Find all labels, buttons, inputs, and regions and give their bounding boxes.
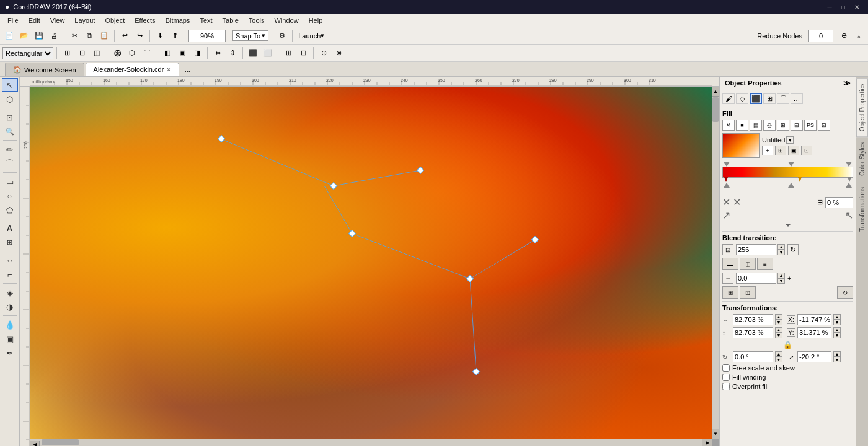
connector-tool[interactable]: ⌐ — [2, 268, 18, 281]
menu-window[interactable]: Window — [270, 15, 304, 25]
shape-btn1[interactable]: ⊞ — [60, 46, 74, 60]
scale-y-down[interactable]: ▼ — [775, 333, 782, 338]
pos-icon2[interactable]: ↖ — [845, 209, 853, 221]
side-tab-object-properties[interactable]: Object Properties — [856, 78, 868, 137]
align-right-btn[interactable]: ◨ — [190, 46, 204, 60]
launch-button[interactable]: Launch ▾ — [296, 29, 327, 43]
smart-draw-tool[interactable]: ⌒ — [2, 157, 18, 170]
overprint-fill-checkbox[interactable] — [722, 383, 730, 390]
skew-input[interactable]: -20.2 ° — [797, 351, 831, 362]
scroll-thumb-horizontal[interactable] — [42, 439, 79, 445]
text-tool[interactable]: A — [2, 221, 18, 235]
side-tab-color-styles[interactable]: Color Styles — [856, 137, 868, 181]
pos-x-up[interactable]: ▲ — [833, 314, 841, 320]
side-tab-transformations[interactable]: Transformations — [856, 181, 868, 237]
gradient-arrow-right-bottom[interactable] — [846, 183, 852, 188]
zoom-input[interactable] — [188, 30, 226, 42]
gradient-arrow-right-top[interactable] — [846, 162, 852, 167]
print-button[interactable]: 🖨 — [47, 29, 61, 43]
radial-grad-btn[interactable]: ◎ — [763, 120, 776, 131]
scale-x-input[interactable]: 82.703 % — [733, 314, 773, 325]
shape-nodes[interactable]: ⬡ — [125, 46, 139, 60]
ellipse-tool[interactable]: ○ — [2, 189, 18, 203]
free-scale-checkbox[interactable] — [722, 364, 730, 372]
gradient-arrow-mid-top[interactable] — [788, 162, 794, 167]
scrollbar-horizontal[interactable]: ◀ ▶ — [30, 439, 712, 446]
stop-marker-1[interactable] — [798, 177, 802, 182]
scroll-thumb-vertical[interactable] — [712, 97, 719, 122]
menu-text[interactable]: Text — [195, 15, 217, 25]
menu-effects[interactable]: Effects — [130, 15, 160, 25]
tab-document[interactable]: Alexander-Solodkin.cdr ✕ — [86, 63, 180, 76]
mirror-h-btn[interactable]: ⇔ — [211, 46, 224, 60]
combine-btn[interactable]: ⊕ — [317, 46, 330, 60]
menu-help[interactable]: Help — [304, 15, 328, 25]
gradient-arrow-left-bottom[interactable] — [724, 183, 730, 188]
skew-down[interactable]: ▼ — [833, 357, 841, 362]
scrollbar-vertical[interactable]: ▲ ▼ — [712, 87, 719, 439]
scale-x-down[interactable]: ▼ — [775, 320, 782, 325]
stop-type-btn[interactable]: ⊞ — [775, 146, 786, 155]
scale-y-input[interactable]: 82.703 % — [733, 327, 773, 338]
scroll-left-button[interactable]: ◀ — [30, 441, 40, 447]
node-value-input[interactable] — [808, 30, 833, 42]
rectangle-tool[interactable]: ▭ — [2, 175, 18, 188]
outline-icon-panel[interactable]: ◇ — [736, 93, 748, 104]
tab-welcome[interactable]: 🏠 Welcome Screen — [5, 63, 84, 76]
linear-grad-btn[interactable]: ▤ — [750, 120, 762, 131]
angle-up[interactable]: ▲ — [775, 351, 782, 357]
angle-input[interactable]: 0.0 ° — [733, 351, 773, 362]
menu-table[interactable]: Table — [218, 15, 244, 25]
import-button[interactable]: ⬇ — [153, 29, 167, 43]
zoom-tool[interactable]: 🔍 — [2, 125, 18, 138]
new-button[interactable]: 📄 — [2, 29, 16, 43]
group-btn[interactable]: ⊞ — [281, 46, 295, 60]
blend-angle-down[interactable]: ▼ — [777, 278, 785, 284]
pos-x-input[interactable]: -11.747 % — [797, 314, 831, 325]
paste-button[interactable]: 📋 — [97, 29, 111, 43]
minimize-button[interactable]: ─ — [823, 2, 836, 12]
scale-x-up[interactable]: ▲ — [775, 314, 782, 320]
blend-custom-btn[interactable]: ≡ — [757, 258, 773, 270]
table-tool[interactable]: ⊞ — [2, 235, 18, 249]
open-button[interactable]: 📂 — [17, 29, 31, 43]
reduce-nodes-button[interactable]: Reduce Nodes — [755, 29, 805, 43]
convert-to-curve[interactable]: ⊛ — [110, 46, 124, 60]
texture-fill-btn[interactable]: ⊟ — [790, 120, 803, 131]
stop-color-btn[interactable]: ▣ — [788, 146, 799, 155]
pattern-fill-btn[interactable]: ⊞ — [777, 120, 789, 131]
outline-tool[interactable]: ✒ — [2, 346, 18, 360]
transparency-tool[interactable]: ◑ — [2, 300, 18, 313]
blend-refresh-icon2[interactable]: ↻ — [837, 286, 853, 299]
snap-to-dropdown[interactable]: Snap To ▾ — [232, 30, 268, 41]
blend-type-icon[interactable]: ⊡ — [722, 244, 733, 255]
shape-smooth[interactable]: ⌒ — [140, 46, 154, 60]
gradient-x-icon[interactable]: ✕ — [733, 196, 741, 208]
pos-y-up[interactable]: ▲ — [833, 327, 841, 333]
menu-file[interactable]: File — [2, 15, 24, 25]
pos-icon1[interactable]: ↗ — [722, 209, 730, 221]
canvas-content[interactable] — [30, 87, 712, 439]
shape-btn2[interactable]: ⊡ — [75, 46, 89, 60]
blend-steps-up[interactable]: ▲ — [777, 244, 785, 250]
transparency-icon-panel[interactable]: ⬛ — [750, 93, 762, 104]
scroll-right-button[interactable]: ▶ — [702, 439, 712, 446]
blend-angle-input[interactable]: 0.0 — [736, 273, 776, 284]
pos-x-down[interactable]: ▼ — [833, 320, 841, 325]
menu-edit[interactable]: Edit — [24, 15, 45, 25]
node-options-btn[interactable]: ⊕ — [837, 29, 851, 43]
parallel-dim-tool[interactable]: ↔ — [2, 253, 18, 267]
postscript-btn[interactable]: PS — [804, 120, 817, 131]
arc-icon-panel[interactable]: ⌒ — [777, 93, 789, 104]
cut-button[interactable]: ✂ — [68, 29, 81, 43]
lock-proportions-icon[interactable]: 🔒 — [783, 340, 793, 350]
skew-up[interactable]: ▲ — [833, 351, 841, 357]
solid-fill-btn[interactable]: ■ — [736, 120, 748, 131]
export-button[interactable]: ⬆ — [168, 29, 182, 43]
gradient-mirror-icon[interactable]: ✕ — [722, 196, 730, 208]
gradient-percent-input[interactable] — [825, 197, 853, 208]
free-scale-label[interactable]: Free scale and skew — [732, 364, 795, 372]
to-back-btn[interactable]: ⬜ — [261, 46, 275, 60]
blend-steps-down[interactable]: ▼ — [777, 250, 785, 255]
scroll-down-button[interactable]: ▼ — [712, 429, 719, 439]
